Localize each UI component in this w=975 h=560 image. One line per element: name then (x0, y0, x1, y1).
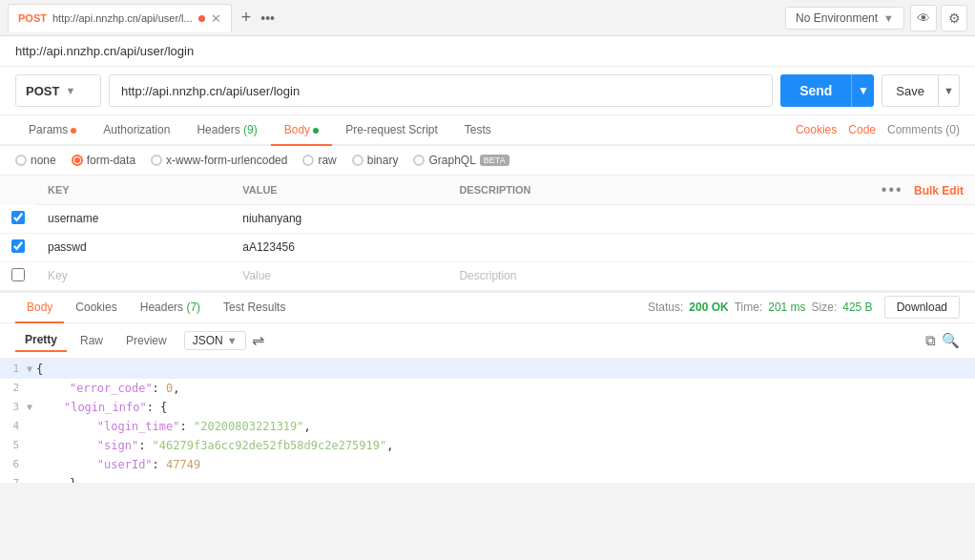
format-select[interactable]: JSON ▼ (184, 331, 246, 350)
table-row: passwd aA123456 (0, 233, 975, 261)
tab-close-icon[interactable]: ✕ (211, 11, 221, 26)
code-line-1: 1 ▼ { (0, 360, 975, 379)
comments-link[interactable]: Comments (0) (887, 123, 960, 136)
resp-headers-count: (7) (186, 301, 200, 314)
col-key: KEY (36, 176, 231, 205)
eye-button[interactable]: 👁 (910, 5, 937, 31)
row2-value[interactable]: aA123456 (231, 233, 447, 261)
radio-urlencoded[interactable]: x-www-form-urlencoded (151, 154, 287, 167)
radio-none[interactable]: none (15, 154, 56, 167)
method-chevron-icon: ▼ (65, 85, 75, 96)
send-button-group: Send ▼ (780, 74, 874, 107)
send-dropdown-button[interactable]: ▼ (851, 74, 874, 107)
save-dropdown-button[interactable]: ▼ (939, 74, 960, 107)
code-line-7: 7 } (0, 474, 975, 483)
request-tab[interactable]: POST http://api.nnzhp.cn/api/user/l... ✕ (8, 4, 232, 32)
col-value: VALUE (231, 176, 447, 205)
method-select[interactable]: POST ▼ (15, 74, 101, 107)
more-options-button[interactable]: ••• (882, 181, 903, 198)
resp-tab-body[interactable]: Body (15, 293, 64, 323)
tab-body[interactable]: Body (271, 115, 332, 146)
row1-key[interactable]: username (36, 205, 231, 234)
radio-graphql[interactable]: GraphQL BETA (413, 154, 508, 167)
save-button[interactable]: Save (882, 74, 939, 107)
radio-raw[interactable]: raw (302, 154, 336, 167)
tab-url: http://api.nnzhp.cn/api/user/l... (52, 12, 193, 24)
save-button-group: Save ▼ (882, 74, 960, 107)
time-label: Time: (735, 301, 763, 314)
code-line-2: 2 "error_code": 0, (0, 379, 975, 398)
table-row-new: Key Value Description (0, 261, 975, 290)
environment-selector[interactable]: No Environment ▼ (785, 7, 904, 30)
url-display: http://api.nnzhp.cn/api/user/login (15, 44, 194, 58)
wrap-button[interactable]: ⇌ (252, 331, 264, 349)
size-value: 425 B (842, 301, 872, 314)
code-line-6: 6 "userId": 47749 (0, 455, 975, 474)
size-label: Size: (812, 301, 838, 314)
method-label: POST (26, 84, 59, 98)
format-chevron-icon: ▼ (227, 335, 238, 346)
format-label: JSON (193, 334, 223, 347)
copy-button[interactable]: ⧉ (925, 332, 936, 349)
new-row-checkbox[interactable] (11, 268, 25, 281)
status-label: Status: (648, 301, 683, 314)
row2-checkbox[interactable] (11, 239, 25, 253)
bulk-edit-button[interactable]: Bulk Edit (914, 184, 964, 197)
gear-button[interactable]: ⚙ (941, 5, 967, 31)
cookies-link[interactable]: Cookies (796, 123, 837, 136)
row2-desc[interactable] (447, 233, 697, 261)
code-line-5: 5 "sign": "46279f3a6cc92de52fb58d9c2e275… (0, 436, 975, 455)
row1-value[interactable]: niuhanyang (231, 205, 447, 234)
resp-tab-test-results[interactable]: Test Results (212, 293, 297, 323)
time-value: 201 ms (768, 301, 805, 314)
download-button[interactable]: Download (884, 296, 960, 319)
row1-desc[interactable] (447, 205, 697, 234)
url-input[interactable] (109, 74, 773, 107)
table-row: username niuhanyang (0, 205, 975, 234)
tab-dot (198, 15, 205, 22)
fmt-tab-preview[interactable]: Preview (116, 330, 176, 351)
headers-count: (9) (243, 123, 258, 136)
environment-label: No Environment (796, 11, 878, 25)
tab-params[interactable]: Params (15, 115, 90, 146)
tab-prerequest[interactable]: Pre-request Script (332, 115, 451, 146)
more-tabs-button[interactable]: ••• (257, 10, 279, 26)
new-row-key[interactable]: Key (36, 261, 231, 290)
col-description: DESCRIPTION (447, 176, 697, 205)
new-tab-button[interactable]: + (236, 8, 258, 28)
row1-checkbox[interactable] (11, 211, 25, 224)
tab-method-badge: POST (18, 12, 47, 24)
chevron-down-icon: ▼ (883, 12, 894, 24)
fmt-tab-pretty[interactable]: Pretty (15, 329, 67, 352)
response-code-area: 1 ▼ { 2 "error_code": 0, 3 ▼ "login_info… (0, 359, 975, 483)
resp-tab-cookies[interactable]: Cookies (64, 293, 128, 323)
tab-headers[interactable]: Headers (9) (183, 115, 270, 146)
beta-badge: BETA (480, 155, 509, 166)
body-dot (313, 128, 319, 134)
params-dot (71, 128, 76, 134)
search-button[interactable]: 🔍 (942, 332, 960, 349)
row2-key[interactable]: passwd (36, 233, 231, 261)
radio-binary[interactable]: binary (352, 154, 399, 167)
radio-form-data[interactable]: form-data (72, 154, 135, 167)
new-row-desc[interactable]: Description (447, 261, 697, 290)
code-line-3: 3 ▼ "login_info": { (0, 398, 975, 417)
fmt-tab-raw[interactable]: Raw (71, 330, 113, 351)
code-line-4: 4 "login_time": "20200803221319", (0, 417, 975, 436)
tab-tests[interactable]: Tests (451, 115, 505, 146)
code-link[interactable]: Code (848, 123, 876, 136)
send-button[interactable]: Send (780, 74, 851, 107)
status-value: 200 OK (689, 301, 728, 314)
resp-tab-headers[interactable]: Headers (7) (129, 293, 212, 323)
tab-authorization[interactable]: Authorization (90, 115, 183, 146)
new-row-value[interactable]: Value (231, 261, 447, 290)
